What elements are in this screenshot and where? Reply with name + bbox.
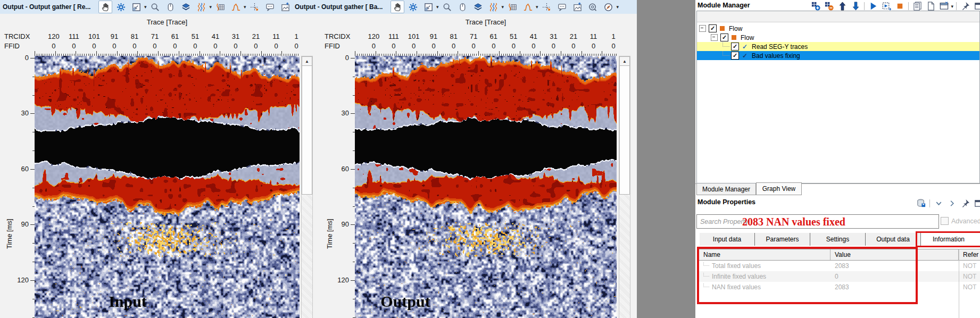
tab-settings[interactable]: Settings [810,233,866,246]
pan-hand-icon[interactable] [391,1,404,13]
time-tick-label: 30 [328,109,349,117]
tree-item-label: Flow [741,34,754,41]
vertical-scrollbar[interactable]: ▲ [301,56,313,318]
seismic-image-output[interactable] [355,56,617,318]
tree-item-checkbox[interactable]: ✓ [720,34,728,41]
time-axis: 0306090120 [313,56,355,318]
seismic-image-input[interactable] [35,56,300,318]
amplitude-curve-dropdown-icon[interactable]: ▾ [244,4,246,10]
pin-icon[interactable] [959,1,971,12]
tree-item-checkbox[interactable]: ✓ [731,43,739,51]
tree-item-label: Read SEG-Y traces [752,43,808,51]
window-layout-icon[interactable] [938,1,950,12]
header-table-icon[interactable] [213,1,227,13]
column-header-refer[interactable]: Refer [959,249,980,260]
tree-item-checkbox[interactable]: ✓ [731,52,739,60]
tree-collapse-icon[interactable] [711,34,718,41]
chevron-down-icon[interactable] [933,198,944,209]
ffid-axis-label: FFID [4,42,20,50]
flow-tree-item-flow[interactable]: ✓Flow [697,24,979,33]
trcidx-tick-label: 31 [550,32,557,40]
move-up-icon[interactable] [836,1,848,12]
cell-reference: NOT [959,262,980,270]
trace-axis-title: Trace [Trace] [35,18,300,26]
settings-gear-icon[interactable] [114,1,128,13]
fit-window-dropdown-icon[interactable]: ▾ [144,4,147,10]
toolbar-icons: ▾▾▾ [98,1,292,13]
time-tick-mark [351,224,355,225]
scrollbar-thumb[interactable] [619,65,630,195]
compass-icon[interactable] [602,1,616,13]
pin-icon[interactable] [959,198,971,209]
column-header-value[interactable]: Value [830,249,959,260]
advanced-checkbox[interactable]: Advanced [941,217,980,225]
vertical-scrollbar[interactable]: ▲ [619,56,630,318]
tab-input-data[interactable]: Input data [700,233,755,246]
compass-dropdown-icon[interactable]: ▾ [617,4,619,10]
remove-module-icon[interactable] [823,1,835,12]
table-grid-line [959,249,959,318]
run-interactive-icon[interactable] [881,1,892,12]
zoom-icon[interactable] [441,1,454,13]
wiggle-display-dropdown-icon[interactable]: ▾ [210,4,212,10]
column-header-name[interactable]: Name [699,249,830,260]
trcidx-tick-label: 101 [88,32,100,40]
new-flow-icon[interactable] [925,1,936,12]
mouse-select-icon[interactable] [164,1,178,13]
wiggle-display-dropdown-icon[interactable]: ▾ [502,4,504,10]
tree-collapse-icon[interactable] [699,25,706,32]
time-tick-mark [351,169,355,170]
pick-crosshair-icon[interactable] [540,1,554,13]
add-module-icon[interactable] [810,1,821,12]
trcidx-tick-label: 81 [131,32,138,40]
tab-output-data[interactable]: Output data [866,233,921,246]
move-down-icon[interactable] [850,1,861,12]
module-manager-toolbar: ▾ [810,1,980,12]
tab-parameters[interactable]: Parameters [755,233,810,246]
amplitude-curve-icon[interactable] [229,1,243,13]
save-to-database-icon[interactable] [915,198,927,209]
fit-window-dropdown-icon[interactable]: ▾ [436,4,439,10]
layers-icon[interactable] [179,1,193,13]
time-tick-label: 60 [7,165,29,173]
trcidx-values-row: 1201111019181716151413121111 [35,32,300,40]
pan-hand-icon[interactable] [98,1,112,13]
zoom-icon[interactable] [148,1,162,13]
export-image-icon[interactable] [571,1,585,13]
time-axis: 0306090120 [0,56,35,318]
amplitude-curve-dropdown-icon[interactable]: ▾ [536,4,538,10]
toolbar-separator [929,199,930,207]
layers-icon[interactable] [471,1,485,13]
wiggle-display-icon[interactable] [195,1,209,13]
tree-item-checkbox[interactable]: ✓ [709,24,717,32]
export-image-icon[interactable] [279,1,292,13]
stop-icon[interactable] [894,1,906,12]
flow-report-icon[interactable] [911,1,923,12]
ffid-tick-label: 0 [552,42,555,50]
comment-icon[interactable] [263,1,277,13]
amplitude-curve-icon[interactable] [521,1,535,13]
header-table-icon[interactable] [505,1,519,13]
mouse-select-icon[interactable] [456,1,470,13]
tab-graph-view[interactable]: Graph View [756,182,802,195]
tab-information[interactable]: Information [921,233,976,246]
pick-crosshair-icon[interactable] [248,1,262,13]
fit-window-icon[interactable] [129,1,143,13]
tab-module-manager[interactable]: Module Manager [696,183,756,195]
scrollbar-thumb[interactable] [302,65,312,195]
wiggle-display-icon[interactable] [487,1,501,13]
flow-tree-item-bad-values-fixing[interactable]: ✓✓Bad values fixing [697,51,979,60]
comment-icon[interactable] [555,1,569,13]
dock-icon[interactable] [973,1,980,12]
flow-tree-item-read-seg-y-traces[interactable]: ✓✓Read SEG-Y traces [697,42,979,51]
chevron-right-icon[interactable] [946,198,958,209]
run-flow-icon[interactable] [867,1,879,12]
settings-gear-icon[interactable] [406,1,420,13]
measure-icon[interactable] [586,1,600,13]
flow-tree-item-flow[interactable]: ✓Flow [697,33,979,42]
gather-window-input-toolbar: Output - Output gather [ Re... ▾▾▾ [0,0,292,14]
checkbox-box[interactable] [941,217,949,225]
window-layout-dropdown-icon[interactable]: ▾ [951,4,953,9]
fit-window-icon[interactable] [421,1,435,13]
dock-icon[interactable] [973,198,980,209]
